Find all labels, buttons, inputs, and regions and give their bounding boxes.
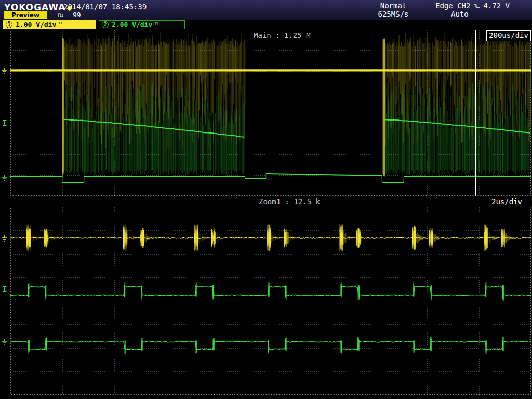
main-waveform-display	[0, 30, 532, 196]
main-timebase: 200us/div	[489, 31, 528, 39]
ch2-trigger-level-marker-main	[1, 119, 8, 126]
main-record-label: Main : 1.25 M	[254, 31, 311, 39]
ch2-ground-marker-main	[1, 174, 8, 181]
status-bar: YOKOGAWA◆ 2014/01/07 18:45:39 99 Preview…	[0, 0, 532, 20]
channel-1-badge[interactable]: 1 1.00 V/div ⊓	[3, 20, 96, 29]
trigger-mode: Normal	[369, 2, 417, 10]
channel-2-coupling-icon: ⊓	[155, 21, 158, 26]
ch1-ground-marker-main	[1, 66, 8, 74]
brand-text: YOKOGAWA	[4, 2, 66, 12]
acquisition-waveform-icon	[58, 12, 63, 18]
trigger-level: 4.72 V	[483, 2, 510, 10]
channel-1-number-icon: 1	[6, 21, 12, 28]
channel-2-badge[interactable]: 2 2.00 V/div ⊓	[99, 20, 185, 29]
trigger-source: Edge CH2	[435, 2, 470, 10]
channel-bar: 1 1.00 V/div ⊓ 2 2.00 V/div ⊓	[0, 20, 532, 30]
channel-2-number-icon: 2	[102, 21, 109, 28]
ch2-trigger-level-marker-zoom	[1, 285, 8, 292]
zoom-timebase: 2us/div	[491, 197, 522, 206]
oscilloscope-screen: { "header": { "brand": "YOKOGAWA", "bran…	[0, 0, 532, 399]
preview-button[interactable]: Preview	[4, 11, 47, 19]
channel-1-scale: 1.00 V/div	[16, 21, 56, 29]
ch2-ground-marker-zoom	[1, 338, 8, 345]
sample-rate: 625MS/s	[369, 10, 417, 18]
zoom-record-label: Zoom1 : 12.5 k	[259, 197, 320, 206]
trigger-mode-block: Normal 625MS/s	[369, 2, 417, 18]
main-timebase-box: 200us/div	[486, 30, 531, 41]
brand-logo: YOKOGAWA◆	[4, 2, 73, 12]
scope-display-area: Main : 1.25 M 200us/div Zoom1 : 12.5 k 2…	[0, 30, 532, 399]
trigger-sweep-mode: Auto	[451, 10, 510, 18]
ch1-ground-marker-zoom	[1, 234, 8, 242]
channel-2-scale: 2.00 V/div	[112, 21, 152, 29]
zoom-position-indicator[interactable]	[475, 30, 484, 196]
channel-1-coupling-icon: ⊓	[59, 21, 62, 25]
trigger-info-block: Edge CH2 4.72 V Auto	[435, 2, 510, 18]
datetime-display: 2014/01/07 18:45:39	[63, 3, 147, 11]
acquisition-count: 99	[73, 11, 81, 19]
window-divider	[0, 196, 532, 196]
trigger-falling-edge-icon	[473, 2, 480, 9]
zoom-waveform-display	[0, 207, 532, 395]
